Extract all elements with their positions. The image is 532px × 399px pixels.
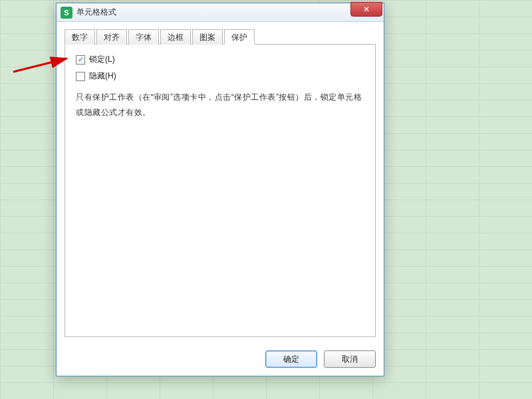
- tab-protect[interactable]: 保护: [224, 29, 255, 45]
- hide-label[interactable]: 隐藏(H): [89, 70, 116, 82]
- tab-align[interactable]: 对齐: [96, 29, 127, 45]
- lock-label[interactable]: 锁定(L): [89, 54, 115, 65]
- lock-checkbox[interactable]: [76, 55, 85, 65]
- app-icon: S: [61, 7, 72, 19]
- tab-content-protect: 锁定(L) 隐藏(H) 只有保护工作表（在“审阅”选项卡中，点击“保护工作表”按…: [65, 45, 376, 337]
- cancel-button[interactable]: 取消: [324, 350, 376, 368]
- titlebar[interactable]: S 单元格格式 ✕: [57, 3, 384, 22]
- cell-format-dialog: S 单元格格式 ✕ 数字 对齐 字体 边框 图案 保护 锁定(L) 隐藏(H) …: [56, 3, 384, 376]
- tab-strip: 数字 对齐 字体 边框 图案 保护: [65, 29, 376, 45]
- hide-row: 隐藏(H): [76, 70, 364, 82]
- close-button[interactable]: ✕: [350, 2, 382, 17]
- hide-checkbox[interactable]: [76, 72, 85, 81]
- dialog-body: 数字 对齐 字体 边框 图案 保护 锁定(L) 隐藏(H) 只有保护工作表（在“…: [57, 22, 384, 344]
- tab-font[interactable]: 字体: [128, 29, 159, 45]
- tab-pattern[interactable]: 图案: [192, 29, 223, 45]
- dialog-title: 单元格格式: [76, 7, 116, 18]
- close-icon: ✕: [363, 5, 370, 13]
- lock-row: 锁定(L): [76, 54, 364, 65]
- dialog-footer: 确定 取消: [57, 344, 384, 376]
- tab-number[interactable]: 数字: [65, 29, 95, 45]
- protect-description: 只有保护工作表（在“审阅”选项卡中，点击“保护工作表”按钮）后，锁定单元格或隐藏…: [76, 90, 364, 120]
- ok-button[interactable]: 确定: [265, 350, 317, 368]
- tab-border[interactable]: 边框: [160, 29, 191, 45]
